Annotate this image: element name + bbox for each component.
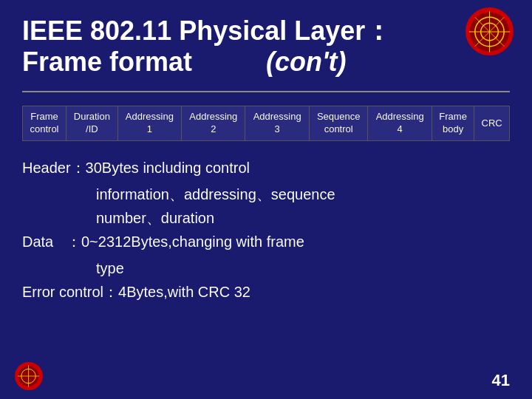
university-logo [466,7,514,55]
bottom-university-logo [15,362,43,390]
table-cell-addressing3: Addressing3 [245,106,309,141]
page-number: 41 [492,371,510,390]
content-data-row: Data ：0~2312Bytes,changing with frame [22,230,510,253]
title-area: IEEE 802.11 Physical Layer： Frame format… [22,15,510,78]
content-header-row: Header：30Bytes including control [22,156,510,180]
content-info-line1: information、addressing、sequence [96,183,510,206]
data-text: ：0~2312Bytes,changing with frame [66,230,304,253]
table-cell-addressing2: Addressing2 [182,106,245,141]
title-divider [22,91,510,92]
content-info-line2: number、duration [96,206,510,230]
slide: IEEE 802.11 Physical Layer： Frame format… [0,0,532,399]
table-cell-frame-control: Framecontrol [23,106,66,141]
data-label: Data [22,230,66,253]
error-line-text: Error control：4Bytes,with CRC 32 [22,280,250,304]
frame-table: Framecontrol Duration/ID Addressing1 Add… [22,106,510,141]
table-cell-frame-body: Framebody [432,106,474,141]
table-cell-crc: CRC [474,106,510,141]
title-frame-format: Frame format [22,47,192,78]
table-cell-addressing4: Addressing4 [368,106,432,141]
logo-top-right [466,7,517,59]
title-line2: Frame format (con't) [22,47,510,78]
header-line-text: Header：30Bytes including control [22,156,250,180]
logo-bottom-left [15,362,44,392]
title-line1: IEEE 802.11 Physical Layer： [22,15,510,47]
table-cell-duration: Duration/ID [66,106,118,141]
content-data-line2: type [96,256,510,280]
title-text-line1: IEEE 802.11 Physical Layer： [22,15,392,47]
table-cell-sequence-control: Sequencecontrol [309,106,368,141]
content-error-row: Error control：4Bytes,with CRC 32 [22,280,510,304]
title-cont: (con't) [266,47,347,78]
content-area: Header：30Bytes including control informa… [22,156,510,304]
table-cell-addressing1: Addressing1 [117,106,181,141]
